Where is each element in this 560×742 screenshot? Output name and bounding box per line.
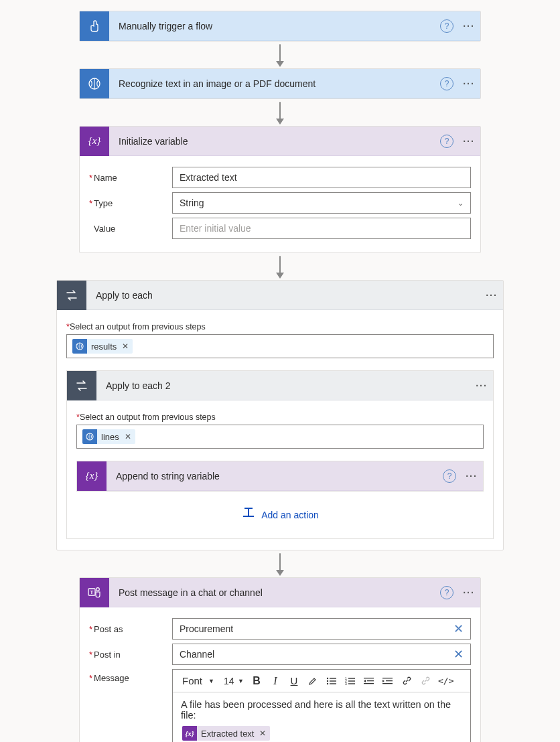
svg-rect-18 <box>364 678 374 678</box>
more-menu[interactable]: ··· <box>458 136 480 147</box>
code-view-button[interactable]: </> <box>435 672 456 690</box>
help-icon[interactable]: ? <box>440 19 453 33</box>
underline-button[interactable]: U <box>285 672 303 690</box>
italic-button[interactable]: I <box>267 672 284 690</box>
step-append-string[interactable]: {x} Append to string variable ? ··· <box>76 461 484 492</box>
name-input[interactable] <box>172 167 471 188</box>
postin-label: Post in <box>94 650 121 660</box>
svg-rect-15 <box>348 680 355 681</box>
loop-icon <box>57 281 86 310</box>
name-label: Name <box>94 173 117 183</box>
step-apply-to-each-2: Apply to each 2 ··· *Select an output fr… <box>66 370 494 539</box>
more-menu[interactable]: ··· <box>458 21 480 31</box>
help-icon[interactable]: ? <box>440 77 453 90</box>
variable-icon: {x} <box>77 461 107 491</box>
svg-rect-23 <box>382 683 393 684</box>
flow-arrow <box>276 253 284 280</box>
ai-builder-icon <box>80 69 109 98</box>
token-extracted-text: {x} Extracted text ✕ <box>182 726 270 741</box>
flow-arrow <box>276 99 284 126</box>
bold-button[interactable]: B <box>248 672 265 690</box>
highlight-button[interactable] <box>304 672 322 690</box>
help-icon[interactable]: ? <box>443 469 456 483</box>
flow-arrow <box>276 42 284 68</box>
clear-icon[interactable]: ✕ <box>447 647 470 662</box>
loop-icon <box>67 371 96 400</box>
more-menu[interactable]: ··· <box>458 78 480 89</box>
svg-point-8 <box>327 680 328 681</box>
step-title: Append to string variable <box>107 471 443 481</box>
output-select-input[interactable]: lines ✕ <box>76 425 484 449</box>
token-lines: lines ✕ <box>82 429 135 444</box>
bullet-list-button[interactable] <box>323 672 340 690</box>
help-icon[interactable]: ? <box>440 135 453 148</box>
step-post-message: T Post message in a chat or channel ? ··… <box>79 577 481 742</box>
step-title: Manually trigger a flow <box>109 21 440 31</box>
tap-icon <box>80 11 109 41</box>
more-menu[interactable]: ··· <box>460 471 483 481</box>
font-select[interactable]: Font▼ <box>177 672 218 690</box>
step-apply-to-each: Apply to each ··· *Select an output from… <box>56 280 504 550</box>
step-title: Recognize text in an image or a PDF docu… <box>109 78 440 89</box>
svg-rect-22 <box>386 680 393 681</box>
ai-builder-icon <box>82 429 97 444</box>
svg-rect-7 <box>330 678 336 678</box>
flow-arrow <box>276 550 284 577</box>
add-action-button[interactable]: Add an action <box>76 492 484 528</box>
token-remove[interactable]: ✕ <box>258 729 270 738</box>
link-button[interactable] <box>398 672 415 690</box>
svg-point-6 <box>327 677 328 678</box>
chevron-down-icon: ⌄ <box>458 199 464 208</box>
variable-icon: {x} <box>80 127 109 156</box>
ai-builder-icon <box>72 339 87 354</box>
outdent-button[interactable] <box>360 672 378 690</box>
value-label: Value <box>94 224 115 234</box>
postin-input[interactable]: Channel ✕ <box>172 644 471 665</box>
output-select-label: Select an output from previous steps <box>80 413 216 422</box>
unlink-button[interactable] <box>417 672 434 690</box>
type-label: Type <box>94 198 113 208</box>
flow-canvas: Manually trigger a flow ? ··· Recognize … <box>7 11 553 742</box>
svg-text:3: 3 <box>345 682 347 685</box>
message-label: Message <box>94 673 129 683</box>
number-list-button[interactable]: 123 <box>342 672 359 690</box>
clear-icon[interactable]: ✕ <box>447 621 470 636</box>
svg-rect-21 <box>382 678 393 678</box>
step-initialize-variable: {x} Initialize variable ? ··· *Name *Typ… <box>79 126 481 253</box>
svg-point-10 <box>327 682 328 684</box>
more-menu[interactable]: ··· <box>458 587 480 598</box>
postas-input[interactable]: Procurement ✕ <box>172 618 471 640</box>
variable-icon: {x} <box>182 726 197 741</box>
step-recognize-text[interactable]: Recognize text in an image or a PDF docu… <box>79 68 481 99</box>
svg-point-5 <box>96 587 100 591</box>
svg-rect-11 <box>330 683 336 684</box>
step-manual-trigger[interactable]: Manually trigger a flow ? ··· <box>79 11 481 42</box>
svg-rect-17 <box>348 683 355 684</box>
message-editor[interactable]: Font▼ 14▼ B I U 123 <box>172 669 471 742</box>
indent-button[interactable] <box>379 672 397 690</box>
help-icon[interactable]: ? <box>440 586 453 599</box>
svg-rect-13 <box>348 678 355 678</box>
type-select[interactable]: String ⌄ <box>172 192 471 214</box>
fontsize-select[interactable]: 14▼ <box>220 672 247 690</box>
add-action-icon <box>241 508 256 522</box>
more-menu[interactable]: ··· <box>470 380 493 391</box>
postas-label: Post as <box>94 624 123 634</box>
teams-icon: T <box>80 578 109 607</box>
svg-rect-20 <box>364 683 374 684</box>
token-results: results ✕ <box>72 339 133 354</box>
output-select-label: Select an output from previous steps <box>70 322 206 331</box>
more-menu[interactable]: ··· <box>480 290 503 301</box>
svg-rect-9 <box>330 680 336 681</box>
editor-toolbar: Font▼ 14▼ B I U 123 <box>173 670 470 692</box>
svg-text:T: T <box>90 589 94 595</box>
step-title: Apply to each 2 <box>96 380 470 391</box>
message-text: A file has been processed and here is al… <box>181 699 462 721</box>
value-input[interactable] <box>172 218 471 239</box>
token-remove[interactable]: ✕ <box>121 342 133 351</box>
step-title: Post message in a chat or channel <box>109 587 440 598</box>
step-title: Apply to each <box>86 290 480 301</box>
token-remove[interactable]: ✕ <box>123 432 135 441</box>
output-select-input[interactable]: results ✕ <box>66 334 494 358</box>
step-title: Initialize variable <box>109 136 440 147</box>
